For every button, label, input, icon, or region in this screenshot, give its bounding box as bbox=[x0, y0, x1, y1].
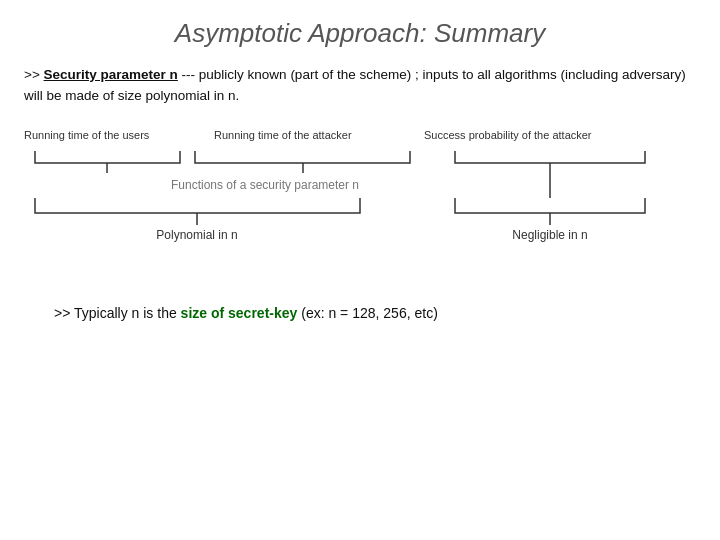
top-labels-row: Running time of the users Running time o… bbox=[24, 129, 696, 141]
typically-text: >> Typically n is the size of secret-key… bbox=[24, 305, 696, 321]
label-success-prob: Success probability of the attacker bbox=[424, 129, 696, 141]
svg-text:Polynomial in n: Polynomial in n bbox=[156, 228, 237, 242]
security-param-label: >> Security parameter n --- publicly kno… bbox=[24, 67, 686, 103]
typically-suffix: (ex: n = 128, 256, etc) bbox=[297, 305, 437, 321]
svg-text:Negligible in n: Negligible in n bbox=[512, 228, 587, 242]
brackets-svg: Functions of a security parameter n Poly… bbox=[24, 143, 696, 273]
label-running-attacker: Running time of the attacker bbox=[214, 129, 424, 141]
typically-prefix: >> Typically n is the bbox=[54, 305, 181, 321]
svg-text:Functions of a security parame: Functions of a security parameter n bbox=[171, 178, 359, 192]
bracket-diagram: Running time of the users Running time o… bbox=[24, 129, 696, 273]
label-running-users: Running time of the users bbox=[24, 129, 214, 141]
page: Asymptotic Approach: Summary >> Security… bbox=[0, 0, 720, 540]
security-param-text: >> Security parameter n --- publicly kno… bbox=[24, 65, 696, 107]
highlight-secret-key: size of secret-key bbox=[181, 305, 298, 321]
page-title: Asymptotic Approach: Summary bbox=[24, 18, 696, 49]
